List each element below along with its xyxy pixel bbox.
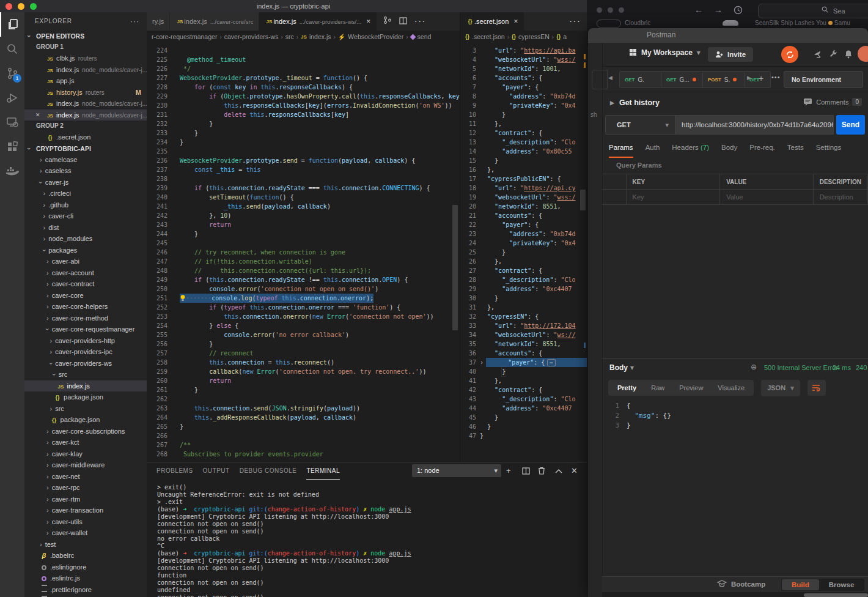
panel-tab-debug-console[interactable]: DEBUG CONSOLE (240, 462, 297, 479)
breadcrumb-item[interactable]: cypressEN (518, 33, 550, 40)
breadcrumb[interactable]: r-core-requestmanager›caver-providers-ws… (147, 31, 460, 43)
source-control-icon[interactable]: 1 (0, 61, 24, 86)
breadcrumb-item[interactable]: .secret.json (472, 33, 505, 40)
browse-toggle[interactable]: Browse (819, 579, 864, 590)
tree-item-caver-contract[interactable]: ›caver-contract (24, 278, 147, 290)
description-input[interactable]: Description (813, 190, 867, 205)
terminal-output[interactable]: > exit()Uncaught ReferenceError: exit is… (147, 479, 587, 597)
bootcamp-button[interactable]: Bootcamp (717, 580, 765, 588)
response-language-select[interactable]: JSON▾ (761, 380, 800, 396)
request-name[interactable]: ▶ Get history (610, 98, 660, 107)
remote-explorer-icon[interactable] (0, 110, 24, 135)
sync-button[interactable] (781, 46, 798, 63)
tree-item-caver-providers-ipc[interactable]: ›caver-providers-ipc (24, 346, 147, 358)
method-select[interactable]: GET ▾ (605, 115, 675, 135)
postman-request-tab[interactable]: GETG. (619, 71, 664, 88)
workspace-switcher[interactable]: My Workspace ▾ (630, 48, 701, 57)
tree-item--eslintrc-js[interactable]: .eslintrc.js (24, 573, 147, 584)
project-section-header[interactable]: › CRYPTOBRIC-API (24, 143, 147, 154)
tab-body[interactable]: Body (721, 142, 737, 157)
tree-item-package-json[interactable]: {} package.json (24, 414, 147, 426)
code-editor-right[interactable]: 3 "url": "https://api.ba4 "websocketUrl"… (460, 43, 587, 462)
folded-code-icon[interactable]: ⋯ (547, 359, 555, 366)
breadcrumb-item[interactable]: r-core-requestmanager (152, 33, 217, 40)
open-editor-item[interactable]: JS app.js (24, 75, 147, 87)
tree-item-caver-rtm[interactable]: ›caver-rtm (24, 494, 147, 505)
close-icon[interactable]: ✕ (513, 18, 518, 24)
view-tab-raw[interactable]: Raw (644, 382, 672, 394)
split-editor-icon[interactable] (399, 16, 407, 27)
tab-tests[interactable]: Tests (787, 142, 804, 157)
response-body-select[interactable]: Body▾ (609, 363, 634, 372)
tree-item-caver-core[interactable]: ›caver-core (24, 290, 147, 302)
tab-settings[interactable]: Settings (816, 142, 842, 157)
tree-item-caver-providers-http[interactable]: ›caver-providers-http (24, 335, 147, 347)
tabs-scroll-right-icon[interactable]: ▶ (747, 75, 751, 81)
breadcrumb-item[interactable]: src (285, 33, 294, 40)
tree-item-camelcase[interactable]: ›camelcase (24, 154, 147, 166)
open-editor-item[interactable]: ✕JS index.jsnode_modules/caver-j... (24, 109, 147, 121)
open-editor-item[interactable]: JS clbk.jsrouters (24, 53, 147, 64)
split-terminal-icon[interactable] (522, 462, 530, 479)
scrollbar[interactable] (580, 190, 586, 210)
tree-item-caver-middleware[interactable]: ›caver-middleware (24, 459, 147, 471)
explorer-icon[interactable] (0, 12, 26, 37)
build-toggle[interactable]: Build (782, 579, 819, 590)
tree-item--eslintignore[interactable]: .eslintignore (24, 562, 147, 573)
postman-request-tab[interactable]: GETG... (661, 71, 706, 88)
tree-item-caver-core-subscriptions[interactable]: ›caver-core-subscriptions (24, 426, 147, 437)
lightbulb-icon[interactable] (180, 294, 186, 303)
search-icon[interactable] (0, 37, 24, 61)
bell-icon[interactable] (844, 50, 853, 61)
vscode-titlebar[interactable]: index.js — cryptobric-api (0, 0, 587, 12)
run-debug-icon[interactable] (0, 86, 24, 110)
maximize-panel-icon[interactable] (555, 462, 562, 479)
key-input[interactable]: Key (626, 190, 720, 205)
panel-tab-problems[interactable]: PROBLEMS (156, 462, 193, 479)
terminal-shell-select[interactable]: 1: node ▾ (412, 464, 501, 477)
tree-item--babelrc[interactable]: β .babelrc (24, 550, 147, 562)
tree-item-caver-account[interactable]: ›caver-account (24, 267, 147, 279)
view-tab-pretty[interactable]: Pretty (610, 382, 644, 394)
tree-item-caver-kct[interactable]: ›caver-kct (24, 437, 147, 448)
satellite-icon[interactable] (813, 50, 823, 61)
docker-icon[interactable] (0, 159, 24, 184)
tree-item-node-modules[interactable]: ›node_modules (24, 233, 147, 245)
browser-zoom-button[interactable] (619, 7, 624, 13)
close-icon[interactable]: ✕ (366, 18, 371, 24)
editor-tab-index-js[interactable]: JS index.js.../caver-core/src (170, 12, 259, 31)
view-tab-visualize[interactable]: Visualize (710, 382, 752, 394)
avatar[interactable] (858, 46, 868, 62)
tree-item-packages[interactable]: ›packages (24, 245, 147, 256)
breadcrumb-item[interactable]: caver-providers-ws (224, 33, 279, 40)
browser-close-button[interactable] (597, 7, 602, 13)
open-editor-item[interactable]: JS index.jsnode_modules/caver-j... (24, 64, 147, 76)
extensions-icon[interactable] (0, 135, 24, 159)
tree-item--github[interactable]: ›.github (24, 199, 147, 211)
tab-headers[interactable]: Headers (7) (672, 142, 709, 157)
browser-forward-icon[interactable]: → (714, 5, 723, 15)
tree-item-dist[interactable]: ›dist (24, 222, 147, 234)
response-body[interactable]: 1{2 "msg": {}3} (611, 401, 671, 431)
tree-item-caver-abi[interactable]: ›caver-abi (24, 256, 147, 267)
tab-options-icon[interactable]: ••• (771, 73, 781, 81)
browser-back-icon[interactable]: ← (694, 5, 703, 15)
breadcrumb-item[interactable]: a (563, 33, 567, 40)
tree-item-caver-utils[interactable]: ›caver-utils (24, 516, 147, 528)
tree-item-caver-wallet[interactable]: ›caver-wallet (24, 527, 147, 539)
send-button[interactable]: Send (836, 115, 865, 135)
tab-auth[interactable]: Auth (645, 142, 660, 157)
close-icon[interactable]: ✕ (35, 109, 40, 121)
more-actions-icon[interactable]: ··· (569, 12, 581, 31)
comments-control[interactable]: Comments 0 (803, 98, 862, 106)
tree-item-test[interactable]: ›test (24, 539, 147, 551)
tree-item-caver-core-requestmanager[interactable]: ›caver-core-requestmanager (24, 324, 147, 335)
tree-item-caseless[interactable]: ›caseless (24, 165, 147, 177)
panel-tab-output[interactable]: OUTPUT (203, 462, 230, 479)
breadcrumb-item[interactable]: send (417, 33, 432, 40)
close-panel-icon[interactable]: ✕ (571, 462, 578, 479)
open-editor-item[interactable]: {} .secret.json (24, 132, 147, 143)
postman-request-tab[interactable]: POSTS. (702, 71, 748, 88)
open-editor-item[interactable]: JS history.jsroutersM (24, 87, 147, 98)
wrench-icon[interactable] (829, 50, 837, 61)
